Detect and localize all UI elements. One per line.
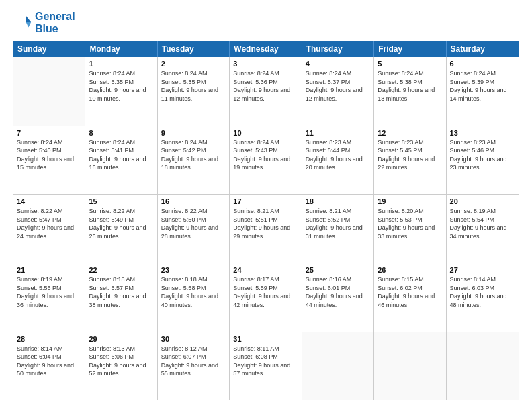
calendar-week-2: 7Sunrise: 8:24 AMSunset: 5:40 PMDaylight…: [13, 126, 519, 195]
day-number: 17: [233, 197, 298, 205]
cell-info: Sunrise: 8:14 AMSunset: 6:03 PMDaylight:…: [450, 275, 515, 309]
cell-info: Sunrise: 8:24 AMSunset: 5:42 PMDaylight:…: [161, 138, 226, 172]
day-number: 21: [17, 266, 81, 274]
svg-marker-1: [26, 22, 31, 27]
cell-info: Sunrise: 8:11 AMSunset: 6:08 PMDaylight:…: [233, 345, 298, 378]
calendar-cell: 20Sunrise: 8:19 AMSunset: 5:54 PMDayligh…: [447, 195, 519, 263]
day-number: 12: [378, 129, 442, 137]
calendar-week-3: 14Sunrise: 8:22 AMSunset: 5:47 PMDayligh…: [13, 195, 519, 263]
day-number: 2: [161, 60, 226, 68]
calendar-cell: 12Sunrise: 8:23 AMSunset: 5:45 PMDayligh…: [374, 126, 446, 194]
cell-info: Sunrise: 8:19 AMSunset: 5:56 PMDaylight:…: [17, 275, 81, 309]
calendar-week-4: 21Sunrise: 8:19 AMSunset: 5:56 PMDayligh…: [13, 263, 519, 332]
calendar-cell: 5Sunrise: 8:24 AMSunset: 5:38 PMDaylight…: [374, 57, 446, 125]
cell-info: Sunrise: 8:24 AMSunset: 5:40 PMDaylight:…: [17, 138, 81, 172]
cell-info: Sunrise: 8:22 AMSunset: 5:49 PMDaylight:…: [89, 207, 153, 240]
cell-info: Sunrise: 8:24 AMSunset: 5:43 PMDaylight:…: [233, 138, 298, 172]
calendar-cell: 25Sunrise: 8:16 AMSunset: 6:01 PMDayligh…: [302, 263, 374, 331]
calendar-cell: 3Sunrise: 8:24 AMSunset: 5:36 PMDaylight…: [230, 57, 302, 125]
day-number: 16: [161, 197, 226, 205]
calendar-cell: 4Sunrise: 8:24 AMSunset: 5:37 PMDaylight…: [302, 57, 374, 125]
day-number: 27: [450, 266, 515, 274]
day-number: 18: [306, 197, 370, 205]
calendar-body: 1Sunrise: 8:24 AMSunset: 5:35 PMDaylight…: [13, 57, 519, 400]
day-number: 15: [89, 197, 153, 205]
calendar-cell: 31Sunrise: 8:11 AMSunset: 6:08 PMDayligh…: [230, 332, 302, 400]
cell-info: Sunrise: 8:17 AMSunset: 5:59 PMDaylight:…: [233, 275, 298, 309]
header-day-friday: Friday: [374, 41, 446, 57]
cell-info: Sunrise: 8:23 AMSunset: 5:46 PMDaylight:…: [450, 138, 515, 172]
cell-info: Sunrise: 8:24 AMSunset: 5:35 PMDaylight:…: [161, 69, 226, 103]
header-day-thursday: Thursday: [302, 41, 374, 57]
cell-info: Sunrise: 8:16 AMSunset: 6:01 PMDaylight:…: [306, 275, 370, 309]
cell-info: Sunrise: 8:24 AMSunset: 5:39 PMDaylight:…: [450, 69, 515, 103]
calendar-cell: 16Sunrise: 8:22 AMSunset: 5:50 PMDayligh…: [158, 195, 230, 263]
calendar-header: SundayMondayTuesdayWednesdayThursdayFrid…: [13, 41, 519, 57]
calendar-cell: 26Sunrise: 8:15 AMSunset: 6:02 PMDayligh…: [374, 263, 446, 331]
header-day-wednesday: Wednesday: [230, 41, 302, 57]
calendar-cell: 7Sunrise: 8:24 AMSunset: 5:40 PMDaylight…: [13, 126, 85, 194]
day-number: 13: [450, 129, 515, 137]
cell-info: Sunrise: 8:14 AMSunset: 6:04 PMDaylight:…: [17, 345, 81, 378]
cell-info: Sunrise: 8:21 AMSunset: 5:52 PMDaylight:…: [306, 207, 370, 240]
logo-icon: [13, 13, 32, 32]
cell-info: Sunrise: 8:24 AMSunset: 5:36 PMDaylight:…: [233, 69, 298, 103]
cell-info: Sunrise: 8:12 AMSunset: 6:07 PMDaylight:…: [161, 345, 226, 378]
cell-info: Sunrise: 8:24 AMSunset: 5:37 PMDaylight:…: [306, 69, 370, 103]
calendar-week-5: 28Sunrise: 8:14 AMSunset: 6:04 PMDayligh…: [13, 332, 519, 400]
calendar-cell: [302, 332, 374, 400]
page: General Blue SundayMondayTuesdayWednesda…: [0, 0, 532, 411]
day-number: 29: [89, 335, 153, 343]
calendar-cell: 28Sunrise: 8:14 AMSunset: 6:04 PMDayligh…: [13, 332, 85, 400]
calendar-cell: 13Sunrise: 8:23 AMSunset: 5:46 PMDayligh…: [447, 126, 519, 194]
day-number: 4: [306, 60, 370, 68]
calendar: SundayMondayTuesdayWednesdayThursdayFrid…: [13, 41, 519, 400]
cell-info: Sunrise: 8:18 AMSunset: 5:58 PMDaylight:…: [161, 275, 226, 309]
day-number: 22: [89, 266, 153, 274]
cell-info: Sunrise: 8:21 AMSunset: 5:51 PMDaylight:…: [233, 207, 298, 240]
calendar-cell: [13, 57, 85, 125]
calendar-cell: 17Sunrise: 8:21 AMSunset: 5:51 PMDayligh…: [230, 195, 302, 263]
day-number: 23: [161, 266, 226, 274]
calendar-cell: 23Sunrise: 8:18 AMSunset: 5:58 PMDayligh…: [158, 263, 230, 331]
day-number: 28: [17, 335, 81, 343]
day-number: 30: [161, 335, 226, 343]
day-number: 3: [233, 60, 298, 68]
calendar-cell: 15Sunrise: 8:22 AMSunset: 5:49 PMDayligh…: [85, 195, 157, 263]
header-day-sunday: Sunday: [13, 41, 85, 57]
day-number: 1: [89, 60, 153, 68]
day-number: 7: [17, 129, 81, 137]
calendar-cell: [447, 332, 519, 400]
cell-info: Sunrise: 8:22 AMSunset: 5:47 PMDaylight:…: [17, 207, 81, 240]
day-number: 8: [89, 129, 153, 137]
cell-info: Sunrise: 8:23 AMSunset: 5:44 PMDaylight:…: [306, 138, 370, 172]
header: General Blue: [13, 11, 519, 34]
day-number: 25: [306, 266, 370, 274]
day-number: 26: [378, 266, 442, 274]
calendar-cell: 18Sunrise: 8:21 AMSunset: 5:52 PMDayligh…: [302, 195, 374, 263]
calendar-cell: 24Sunrise: 8:17 AMSunset: 5:59 PMDayligh…: [230, 263, 302, 331]
calendar-cell: 6Sunrise: 8:24 AMSunset: 5:39 PMDaylight…: [447, 57, 519, 125]
day-number: 10: [233, 129, 298, 137]
day-number: 31: [233, 335, 298, 343]
calendar-cell: 30Sunrise: 8:12 AMSunset: 6:07 PMDayligh…: [158, 332, 230, 400]
logo: General Blue: [13, 11, 75, 34]
calendar-cell: 8Sunrise: 8:24 AMSunset: 5:41 PMDaylight…: [85, 126, 157, 194]
calendar-cell: 27Sunrise: 8:14 AMSunset: 6:03 PMDayligh…: [447, 263, 519, 331]
logo-text: General Blue: [35, 11, 75, 34]
calendar-cell: 21Sunrise: 8:19 AMSunset: 5:56 PMDayligh…: [13, 263, 85, 331]
calendar-cell: 10Sunrise: 8:24 AMSunset: 5:43 PMDayligh…: [230, 126, 302, 194]
cell-info: Sunrise: 8:24 AMSunset: 5:41 PMDaylight:…: [89, 138, 153, 172]
calendar-cell: 2Sunrise: 8:24 AMSunset: 5:35 PMDaylight…: [158, 57, 230, 125]
calendar-cell: 11Sunrise: 8:23 AMSunset: 5:44 PMDayligh…: [302, 126, 374, 194]
calendar-cell: 9Sunrise: 8:24 AMSunset: 5:42 PMDaylight…: [158, 126, 230, 194]
day-number: 9: [161, 129, 226, 137]
cell-info: Sunrise: 8:19 AMSunset: 5:54 PMDaylight:…: [450, 207, 515, 240]
cell-info: Sunrise: 8:22 AMSunset: 5:50 PMDaylight:…: [161, 207, 226, 240]
header-day-tuesday: Tuesday: [158, 41, 230, 57]
day-number: 5: [378, 60, 442, 68]
day-number: 24: [233, 266, 298, 274]
svg-marker-0: [26, 15, 31, 21]
cell-info: Sunrise: 8:23 AMSunset: 5:45 PMDaylight:…: [378, 138, 442, 172]
day-number: 6: [450, 60, 515, 68]
